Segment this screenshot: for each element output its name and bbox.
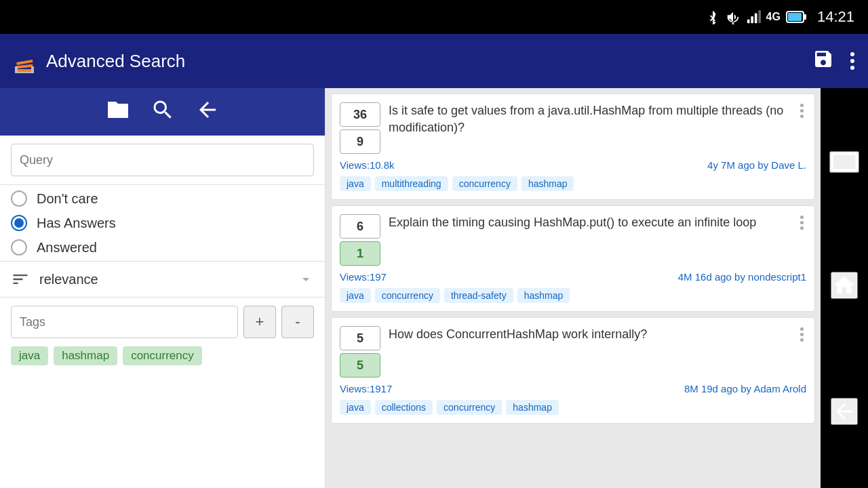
network-label: 4G [766, 11, 781, 23]
svg-rect-9 [16, 69, 33, 72]
vote-box-1: 36 9 [340, 102, 380, 154]
more-menu-1[interactable] [797, 102, 806, 119]
side-nav [821, 88, 868, 488]
q-tag-threadsafety-2[interactable]: thread-safety [444, 288, 513, 303]
radio-label-has-answers: Has Answers [37, 216, 116, 231]
back-icon[interactable] [195, 98, 220, 127]
radio-circle-has-answers [11, 215, 27, 231]
tags-input-row: + - [11, 306, 314, 338]
q-tag-java-2[interactable]: java [340, 288, 371, 303]
svg-rect-6 [804, 14, 806, 20]
back-nav-button[interactable] [831, 398, 858, 425]
q-tag-concurrency-2[interactable]: concurrency [375, 288, 440, 303]
radio-label-dont-care: Don't care [37, 191, 98, 207]
answer-count-2: 1 [340, 241, 380, 266]
status-icons: 4G 14:21 [705, 8, 854, 26]
question-title-3[interactable]: How does ConcurrentHashMap work internal… [389, 326, 789, 343]
tag-chip-concurrency[interactable]: concurrency [123, 346, 202, 365]
q-tag-collections-3[interactable]: collections [375, 400, 433, 415]
save-button[interactable] [810, 45, 837, 77]
q-tag-concurrency-1[interactable]: concurrency [452, 176, 517, 191]
radio-circle-answered [11, 239, 27, 256]
add-tag-button[interactable]: + [243, 306, 276, 338]
svg-rect-0 [747, 20, 749, 23]
svg-rect-11 [16, 72, 33, 73]
app-title: Advanced Search [46, 51, 802, 72]
question-top-3: 5 5 How does ConcurrentHashMap work inte… [340, 326, 806, 378]
rectangle-nav-button[interactable] [829, 151, 859, 173]
folder-icon[interactable] [106, 98, 130, 127]
query-section [0, 136, 325, 185]
svg-rect-12 [31, 66, 34, 73]
svg-rect-2 [754, 14, 757, 24]
vote-count-1: 36 [340, 102, 380, 127]
vote-box-3: 5 5 [340, 326, 380, 378]
app-bar-actions [810, 45, 857, 77]
left-panel: Don't care Has Answers Answered relevanc… [0, 88, 326, 488]
question-top-2: 6 1 Explain the timing causing HashMap.p… [340, 214, 806, 266]
q-tag-hashmap-2[interactable]: hashmap [517, 288, 570, 303]
answer-count-1: 9 [340, 129, 380, 154]
tag-list-1: java multithreading concurrency hashmap [340, 176, 806, 191]
svg-rect-5 [788, 13, 802, 21]
tag-list-3: java collections concurrency hashmap [340, 400, 806, 415]
radio-dont-care[interactable]: Don't care [11, 190, 314, 207]
bluetooth-icon [705, 9, 720, 24]
sort-section[interactable]: relevance [0, 261, 325, 297]
question-card-3: 5 5 How does ConcurrentHashMap work inte… [331, 317, 815, 424]
save-icon [812, 48, 834, 70]
radio-label-answered: Answered [37, 240, 97, 256]
tags-section: + - java hashmap concurrency [0, 297, 325, 488]
signal-icon [746, 9, 761, 24]
remove-tag-button[interactable]: - [281, 306, 314, 338]
sort-label: relevance [39, 272, 98, 287]
tag-list-2: java concurrency thread-safety hashmap [340, 288, 806, 303]
question-card-2: 6 1 Explain the timing causing HashMap.p… [331, 205, 815, 312]
main-content: Don't care Has Answers Answered relevanc… [0, 88, 868, 488]
question-title-1[interactable]: Is it safe to get values from a java.uti… [389, 102, 789, 136]
more-menu-3[interactable] [797, 326, 806, 343]
tag-chip-hashmap[interactable]: hashmap [54, 346, 117, 365]
sort-icon [11, 270, 30, 289]
svg-rect-7 [16, 60, 33, 65]
q-tag-java-3[interactable]: java [340, 400, 371, 415]
vote-box-2: 6 1 [340, 214, 380, 266]
home-nav-button[interactable] [831, 272, 858, 299]
query-input[interactable] [11, 144, 314, 176]
radio-answered[interactable]: Answered [11, 239, 314, 256]
vote-count-3: 5 [340, 326, 380, 350]
tag-chips: java hashmap concurrency [11, 346, 314, 365]
status-time: 14:21 [817, 8, 854, 26]
q-tag-multithreading-1[interactable]: multithreading [375, 176, 448, 191]
silent-icon [726, 9, 741, 24]
q-tag-hashmap-3[interactable]: hashmap [506, 400, 559, 415]
radio-has-answers[interactable]: Has Answers [11, 215, 314, 231]
radio-circle-dont-care [11, 190, 27, 207]
tags-input[interactable] [11, 306, 238, 338]
battery-icon [786, 11, 806, 23]
time-author-2: 4M 16d ago by nondescript1 [678, 271, 806, 283]
overflow-menu-button[interactable] [848, 49, 857, 73]
toolbar [0, 88, 325, 136]
svg-rect-3 [758, 10, 761, 23]
time-author-1: 4y 7M ago by Dave L. [707, 159, 806, 171]
q-tag-concurrency-3[interactable]: concurrency [437, 400, 502, 415]
results-panel: 36 9 Is it safe to get values from a jav… [326, 88, 821, 488]
more-menu-2[interactable] [797, 214, 806, 231]
vote-count-2: 6 [340, 214, 380, 239]
svg-rect-8 [16, 64, 33, 68]
q-tag-hashmap-1[interactable]: hashmap [521, 176, 574, 191]
question-card-1: 36 9 Is it safe to get values from a jav… [331, 94, 815, 200]
question-top-1: 36 9 Is it safe to get values from a jav… [340, 102, 806, 154]
search-icon[interactable] [151, 98, 175, 127]
views-2: Views:197 [340, 271, 387, 283]
tag-chip-java[interactable]: java [11, 346, 48, 365]
views-1: Views:10.8k [340, 159, 395, 171]
radio-section: Don't care Has Answers Answered [0, 185, 325, 261]
app-bar: Advanced Search [0, 34, 868, 88]
status-bar: 4G 14:21 [0, 0, 868, 34]
q-tag-java-1[interactable]: java [340, 176, 371, 191]
svg-rect-1 [751, 16, 753, 23]
time-author-3: 8M 19d ago by Adam Arold [684, 383, 806, 394]
question-title-2[interactable]: Explain the timing causing HashMap.put()… [389, 214, 789, 231]
